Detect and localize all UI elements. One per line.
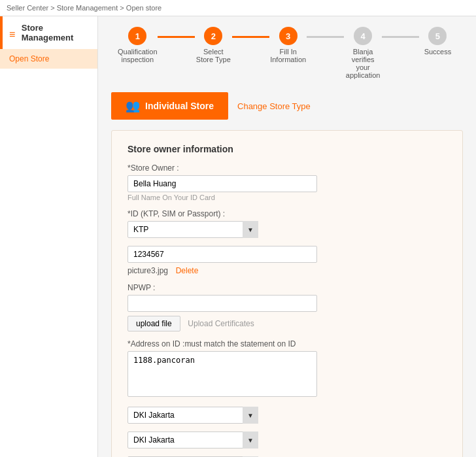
- id-label: *ID (KTP, SIM or Passport) :: [128, 209, 447, 218]
- sidebar-item-open-store[interactable]: Open Store: [0, 49, 97, 69]
- step-circle-2: 2: [204, 27, 222, 45]
- store-owner-input[interactable]: [128, 175, 317, 192]
- step-label-3: Fill In Information: [269, 48, 307, 63]
- connector-1-2: [158, 36, 195, 38]
- store-owner-label: *Store Owner :: [128, 163, 447, 173]
- step-circle-1: 1: [128, 27, 146, 45]
- province-select-wrap: DKI Jakarta ▼: [128, 407, 258, 424]
- progress-steps: 1 Qualification inspection 2 Select Stor…: [111, 27, 463, 79]
- npwp-label: NPWP :: [128, 283, 447, 292]
- main-content: 1 Qualification inspection 2 Select Stor…: [98, 16, 476, 457]
- province-group: DKI Jakarta ▼: [128, 407, 447, 424]
- id-delete-link[interactable]: Delete: [176, 266, 199, 275]
- people-icon: 👥: [126, 99, 140, 113]
- connector-2-3: [232, 36, 269, 38]
- connector-3-4: [307, 36, 344, 38]
- npwp-input[interactable]: [128, 295, 317, 312]
- store-owner-hint: Full Name On Your ID Card: [128, 194, 447, 201]
- menu-icon: [9, 29, 18, 37]
- address-label: *Address on ID :must match the statement…: [128, 339, 447, 348]
- change-store-type-link[interactable]: Change Store Type: [237, 101, 311, 111]
- step-5: 5 Success: [419, 27, 456, 56]
- city-select-wrap: DKI Jakarta ▼: [128, 432, 258, 449]
- step-label-4: Blanja verifies your application: [344, 48, 381, 79]
- id-type-select[interactable]: KTP SIM Passport: [128, 221, 258, 238]
- id-file-info: picture3.jpg Delete: [128, 265, 447, 275]
- step-label-5: Success: [424, 48, 452, 56]
- sidebar-header: Store Management: [0, 16, 97, 49]
- address-group: *Address on ID :must match the statement…: [128, 339, 447, 399]
- upload-file-button[interactable]: upload file: [128, 316, 180, 331]
- id-file-name: picture3.jpg: [128, 266, 168, 275]
- form-card: Store owner information *Store Owner : F…: [111, 130, 463, 457]
- individual-store-button[interactable]: 👥 Individual Store: [111, 92, 228, 120]
- store-type-bar: 👥 Individual Store Change Store Type: [111, 92, 463, 120]
- step-4: 4 Blanja verifies your application: [344, 27, 381, 79]
- step-circle-5: 5: [428, 27, 447, 45]
- id-number-input[interactable]: [128, 246, 317, 263]
- connector-4-5: [382, 36, 419, 38]
- step-circle-4: 4: [354, 27, 372, 45]
- upload-hint: Upload Certificates: [188, 319, 254, 328]
- id-type-group: *ID (KTP, SIM or Passport) : KTP SIM Pas…: [128, 209, 447, 238]
- step-label-2: Select Store Type: [195, 48, 232, 63]
- npwp-group: NPWP : upload file Upload Certificates: [128, 283, 447, 331]
- step-1: 1 Qualification inspection: [118, 27, 158, 63]
- address-textarea[interactable]: 1188.pancoran: [128, 351, 317, 397]
- sidebar: Store Management Open Store: [0, 16, 98, 457]
- city-select[interactable]: DKI Jakarta: [128, 432, 258, 449]
- form-section-title: Store owner information: [128, 144, 447, 154]
- breadcrumb: Seller Center > Store Management > Open …: [0, 0, 476, 16]
- upload-row: upload file Upload Certificates: [128, 316, 447, 331]
- city-group: DKI Jakarta ▼: [128, 432, 447, 449]
- step-3: 3 Fill In Information: [269, 27, 307, 63]
- step-label-1: Qualification inspection: [118, 48, 158, 63]
- id-number-group: picture3.jpg Delete: [128, 246, 447, 275]
- store-owner-group: *Store Owner : Full Name On Your ID Card: [128, 163, 447, 201]
- step-circle-3: 3: [279, 27, 298, 45]
- id-select-wrap: KTP SIM Passport ▼: [128, 221, 258, 238]
- province-select[interactable]: DKI Jakarta: [128, 407, 258, 424]
- step-2: 2 Select Store Type: [195, 27, 232, 63]
